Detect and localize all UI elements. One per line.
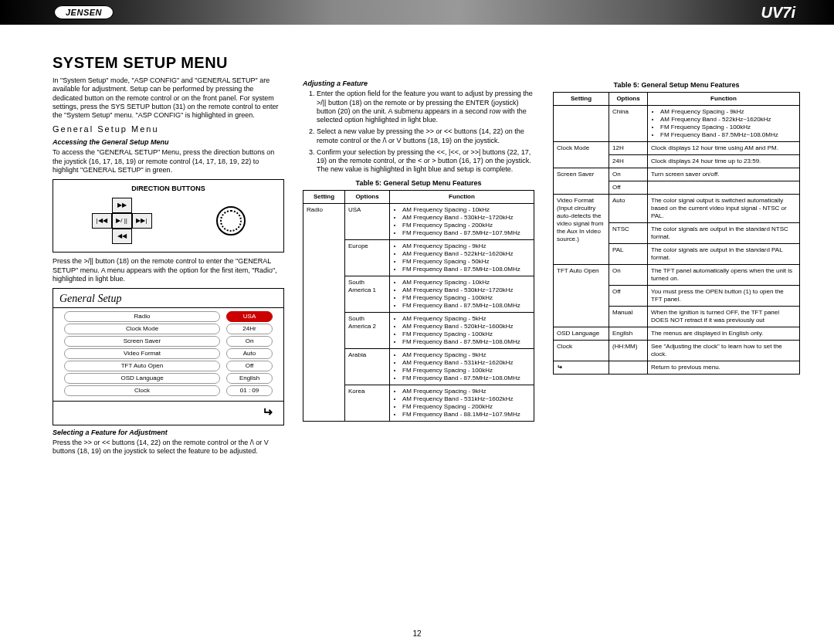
subheading: Accessing the General Setup Menu xyxy=(53,138,284,147)
body-text: Press the >> or << buttons (14, 22) on t… xyxy=(53,439,284,456)
setup-row-value: Auto xyxy=(226,348,273,359)
features-table-right: Setting Options Function ChinaAM Frequen… xyxy=(553,92,800,375)
setup-row-label: TFT Auto Open xyxy=(64,361,220,371)
step-item: Enter the option field for the feature y… xyxy=(317,90,534,124)
screenshot-title: General Setup xyxy=(53,289,283,306)
cell-option: 12H xyxy=(609,142,648,155)
cell-setting: OSD Language xyxy=(554,327,609,341)
cell-function: You must press the OPEN button (1) to op… xyxy=(648,286,800,307)
table-row: Screen SaverOnTurn screen saver on/off. xyxy=(554,168,800,181)
cell-setting xyxy=(554,106,609,142)
cell-option: Off xyxy=(609,286,648,307)
cell-setting: Clock xyxy=(554,341,609,361)
cell-option: PAL xyxy=(609,244,648,265)
section-heading: General Setup Menu xyxy=(53,124,284,135)
cell-function: The TFT panel automatically opens when t… xyxy=(648,265,800,286)
cell-function: AM Frequency Spacing - 10kHzAM Frequency… xyxy=(390,203,534,239)
setup-row: Clock Mode24Hr xyxy=(64,324,273,334)
cell-option: NTSC xyxy=(609,223,648,244)
cell-setting: Video Format (Input circuitry auto-detec… xyxy=(554,195,609,265)
cell-function: Clock displays 24 hour time up to 23:59. xyxy=(648,155,800,168)
th-setting: Setting xyxy=(554,93,609,106)
cell-setting: Screen Saver xyxy=(554,168,609,195)
setup-row: Clock01 : 09 xyxy=(64,385,273,396)
cell-function: AM Frequency Spacing - 9kHzAM Frequency … xyxy=(648,106,800,142)
cell-option: South America 2 xyxy=(345,312,390,348)
cell-option: Europe xyxy=(345,239,390,276)
setup-row-value: 24Hr xyxy=(226,324,273,334)
cell-option: Off xyxy=(609,181,648,195)
cell-function: See "Adjusting the clock" to learn how t… xyxy=(648,341,800,361)
cell-function: AM Frequency Spacing - 5kHzAM Frequency … xyxy=(390,312,534,348)
page-number: 12 xyxy=(0,629,834,638)
setup-row-value: USA xyxy=(226,311,273,322)
cell-setting: Clock Mode xyxy=(554,142,609,168)
cell-function: AM Frequency Spacing - 9kHzAM Frequency … xyxy=(390,239,534,276)
setup-row-label: Video Format xyxy=(64,348,220,359)
setup-row-label: OSD Language xyxy=(64,373,220,384)
setup-row-value: English xyxy=(226,373,273,384)
setup-row-value: 01 : 09 xyxy=(226,385,273,396)
cell-function: AM Frequency Spacing - 9kHzAM Frequency … xyxy=(390,385,534,421)
cell-function: When the ignition is turned OFF, the TFT… xyxy=(648,307,800,327)
cell-function: Return to previous menu. xyxy=(648,361,800,375)
model-label: UV7i xyxy=(761,4,795,22)
table-row: Clock Mode12HClock displays 12 hour time… xyxy=(554,142,800,155)
cell-setting: TFT Auto Open xyxy=(554,265,609,327)
cell-function: The menus are displayed in English only. xyxy=(648,327,800,341)
page-title: System Setup Menu xyxy=(53,54,803,72)
cell-function: AM Frequency Spacing - 10kHzAM Frequency… xyxy=(390,276,534,312)
step-item: Select a new value by pressing the >> or… xyxy=(317,127,534,145)
dpad-up-icon: ▶▶ xyxy=(112,198,132,213)
intro-text: In "System Setup" mode, "ASP CONFIG" and… xyxy=(53,76,284,120)
table-row: RadioUSAAM Frequency Spacing - 10kHzAM F… xyxy=(303,203,534,239)
direction-buttons-figure: DIRECTION BUTTONS ▶▶ |◀◀▶/ ||▶▶| ◀◀ xyxy=(53,179,284,253)
dpad-right-icon: ▶▶| xyxy=(132,213,152,229)
table-caption: Table 5: General Setup Menu Features xyxy=(303,179,534,188)
figure-label: DIRECTION BUTTONS xyxy=(59,185,277,193)
cell-option: On xyxy=(609,168,648,181)
table-row: Clock(HH:MM)See "Adjusting the clock" to… xyxy=(554,341,800,361)
th-function: Function xyxy=(648,93,800,106)
cell-option: South America 1 xyxy=(345,276,390,312)
setup-row: TFT Auto OpenOff xyxy=(64,361,273,371)
subheading: Selecting a Feature for Adjustment xyxy=(53,429,284,437)
cell-option xyxy=(609,361,648,375)
table-row: Video Format (Input circuitry auto-detec… xyxy=(554,195,800,223)
body-text: To access the "GENERAL SETUP" Menu, pres… xyxy=(53,148,284,175)
subheading: Adjusting a Feature xyxy=(303,80,534,88)
dpad-center-icon: ▶/ || xyxy=(112,213,132,229)
th-options: Options xyxy=(345,190,390,203)
cell-function: The color signals are output in the stan… xyxy=(648,244,800,265)
cell-option: English xyxy=(609,327,648,341)
cell-option: China xyxy=(609,106,648,142)
body-text: Press the >/|| button (18) on the remote… xyxy=(53,257,284,283)
setup-row: Video FormatAuto xyxy=(64,348,273,359)
th-options: Options xyxy=(609,93,648,106)
dpad-down-icon: ◀◀ xyxy=(112,229,132,244)
cell-option: USA xyxy=(345,203,390,239)
setup-row-label: Screen Saver xyxy=(64,336,220,347)
th-setting: Setting xyxy=(303,190,345,203)
table-row: TFT Auto OpenOnThe TFT panel automatical… xyxy=(554,265,800,286)
cell-function: The color signals are output in the stan… xyxy=(648,223,800,244)
cell-function xyxy=(648,181,800,195)
th-function: Function xyxy=(390,190,534,203)
cell-option: (HH:MM) xyxy=(609,341,648,361)
cell-option: On xyxy=(609,265,648,286)
setup-row-label: Clock Mode xyxy=(64,324,220,334)
back-icon: ↵ xyxy=(263,405,273,420)
joystick-icon xyxy=(216,206,246,236)
cell-option: Auto xyxy=(609,195,648,223)
setup-row-label: Clock xyxy=(64,385,220,396)
cell-function: Clock displays 12 hour time using AM and… xyxy=(648,142,800,155)
cell-option: Korea xyxy=(345,385,390,421)
cell-option: Arabia xyxy=(345,348,390,385)
setup-row: OSD LanguageEnglish xyxy=(64,373,273,384)
general-setup-screenshot: General Setup RadioUSAClock Mode24HrScre… xyxy=(53,288,284,425)
table-row: ChinaAM Frequency Spacing - 9kHzAM Frequ… xyxy=(554,106,800,142)
cell-function: The color signal output is switched auto… xyxy=(648,195,800,223)
table-caption: Table 5: General Setup Menu Features xyxy=(553,81,800,90)
dpad-icon: ▶▶ |◀◀▶/ ||▶▶| ◀◀ xyxy=(92,198,152,244)
cell-option: 24H xyxy=(609,155,648,168)
